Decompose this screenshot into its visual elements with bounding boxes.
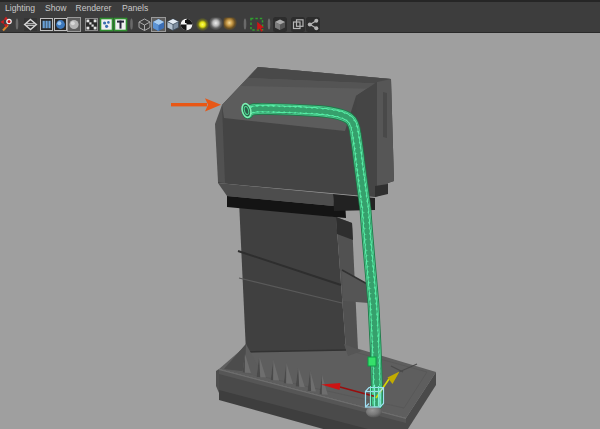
svg-text:Renderer: Renderer xyxy=(76,3,112,13)
svg-text:Panels: Panels xyxy=(122,3,148,13)
svg-text:Show: Show xyxy=(45,3,67,13)
svg-text:Lighting: Lighting xyxy=(5,3,35,13)
